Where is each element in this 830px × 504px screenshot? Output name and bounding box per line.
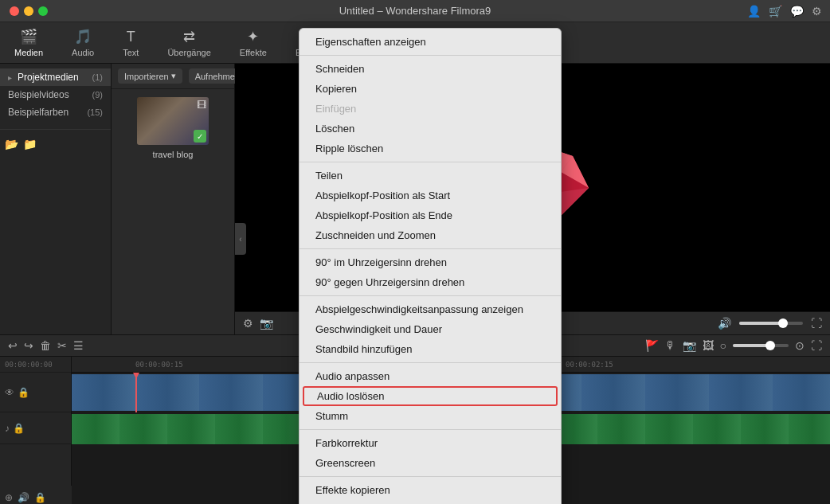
toolbar-uebergaenge[interactable]: ⇄ Übergänge bbox=[161, 25, 217, 61]
sidebar-item-beispielvideos[interactable]: Beispielvideos (9) bbox=[0, 86, 111, 104]
ctx-eigenschaften[interactable]: Eigenschaften anzeigen bbox=[300, 32, 561, 52]
lock-icon[interactable]: 🔒 bbox=[18, 387, 29, 398]
projektmedien-label: Projektmedien bbox=[18, 72, 79, 83]
sidebar-divider bbox=[0, 129, 111, 130]
text-icon: T bbox=[127, 29, 135, 45]
medien-icon: 🎬 bbox=[20, 28, 37, 45]
preview-expand-icon[interactable]: ⛶ bbox=[811, 317, 822, 330]
media-filename: travel blog bbox=[153, 150, 194, 159]
effekte-icon: ✦ bbox=[247, 28, 259, 45]
time-zero: 00:00:00:00 bbox=[5, 361, 53, 369]
user-icon: 👤 bbox=[747, 5, 761, 18]
titlebar-icons: 👤 🛒 💬 ⚙ bbox=[747, 5, 822, 18]
redo-icon[interactable]: ↪ bbox=[24, 339, 33, 352]
cut-icon[interactable]: ✂ bbox=[57, 339, 67, 352]
ctx-loeschen[interactable]: Löschen bbox=[300, 119, 561, 139]
aufnehmen-label: Aufnehmen bbox=[195, 72, 240, 81]
add-track-icon[interactable]: ⊕ bbox=[5, 492, 13, 503]
toolbar-text[interactable]: T Text bbox=[116, 25, 145, 61]
toolbar-effekte[interactable]: ✦ Effekte bbox=[233, 25, 273, 61]
preview-volume-icon[interactable]: 🔊 bbox=[718, 317, 731, 330]
timeline-zoom-knob bbox=[765, 341, 775, 350]
circle-icon[interactable]: ○ bbox=[720, 339, 726, 352]
minimize-button[interactable] bbox=[24, 6, 33, 16]
sidebar-actions: 📂 📁 bbox=[0, 133, 111, 155]
delete-icon[interactable]: 🗑 bbox=[40, 339, 51, 352]
message-icon: 💬 bbox=[790, 5, 804, 18]
playhead[interactable] bbox=[135, 373, 137, 412]
sidebar: ▸ Projektmedien (1) Beispielvideos (9) B… bbox=[0, 64, 112, 334]
beispielvideos-label: Beispielvideos bbox=[8, 89, 69, 100]
importieren-button[interactable]: Importieren ▾ bbox=[118, 68, 182, 84]
ctx-effekte-kopieren[interactable]: Effekte kopieren bbox=[300, 480, 561, 500]
ctx-geschwindigkeitsanpassung[interactable]: Abspielgeschwindigkeitsanpassung anzeige… bbox=[300, 299, 561, 319]
panel-collapse-arrow[interactable]: ‹ bbox=[235, 223, 246, 255]
toolbar-audio[interactable]: 🎵 Audio bbox=[65, 25, 100, 61]
camera-icon[interactable]: 📷 bbox=[683, 339, 696, 352]
ctx-divider-7 bbox=[300, 476, 561, 477]
toolbar-medien-label: Medien bbox=[14, 48, 43, 57]
fullscreen-button[interactable] bbox=[38, 6, 48, 16]
ctx-teilen[interactable]: Teilen bbox=[300, 166, 561, 186]
ctx-kopieren[interactable]: Kopieren bbox=[300, 79, 561, 99]
ctx-divider-3 bbox=[300, 248, 561, 249]
ctx-einfuegen: Einfügen bbox=[300, 99, 561, 119]
sidebar-item-projektmedien[interactable]: ▸ Projektmedien (1) bbox=[0, 68, 111, 86]
mic-icon[interactable]: 🎙 bbox=[665, 339, 676, 352]
audio-lock-icon[interactable]: 🔒 bbox=[13, 423, 25, 434]
ctx-audio-loslosen[interactable]: Audio loslösen bbox=[303, 386, 558, 406]
ctx-greenscreen[interactable]: Greenscreen bbox=[300, 453, 561, 473]
toolbar-medien[interactable]: 🎬 Medien bbox=[8, 25, 49, 61]
ctx-ripple[interactable]: Ripple löschen bbox=[300, 139, 561, 158]
fullscreen-icon[interactable]: ⛶ bbox=[811, 339, 822, 352]
preview-icon-settings[interactable]: ⚙ bbox=[243, 317, 253, 330]
audio-icon: 🎵 bbox=[74, 28, 92, 45]
titlebar: Untitled – Wondershare Filmora9 👤 🛒 💬 ⚙ bbox=[0, 0, 830, 22]
eye-icon[interactable]: 👁 bbox=[5, 387, 14, 398]
zoom-reset-icon[interactable]: ⊙ bbox=[795, 339, 805, 352]
speaker-icon[interactable]: 🔊 bbox=[18, 492, 29, 503]
media-thumbnail[interactable]: 🎞 ✓ bbox=[137, 97, 209, 145]
cart-icon: 🛒 bbox=[769, 5, 782, 18]
folder-new-icon[interactable]: 📁 bbox=[23, 138, 37, 150]
track-headers: 00:00:00:00 👁 🔒 ♪ 🔒 bbox=[0, 357, 72, 504]
track-1-header: 00:00:00:00 bbox=[0, 357, 71, 373]
image-icon[interactable]: 🖼 bbox=[703, 339, 714, 352]
traffic-lights bbox=[10, 6, 48, 16]
ctx-stumm[interactable]: Stumm bbox=[300, 406, 561, 426]
ctx-drehen-uhrzeigersinn[interactable]: 90° im Uhrzeigersinn drehen bbox=[300, 252, 561, 272]
ctx-abspielkopf-ende[interactable]: Abspielkopf-Position als Ende bbox=[300, 205, 561, 225]
audio-track-header: ♪ 🔒 bbox=[0, 412, 71, 444]
ctx-zuschneiden[interactable]: Zuschneiden und Zoomen bbox=[300, 225, 561, 245]
list-icon[interactable]: ☰ bbox=[73, 339, 84, 352]
ctx-geschwindigkeit-dauer[interactable]: Geschwindigkeit und Dauer bbox=[300, 319, 561, 339]
close-button[interactable] bbox=[10, 6, 19, 16]
sidebar-item-beispielfarben[interactable]: Beispielfarben (15) bbox=[0, 104, 111, 121]
flag-icon[interactable]: 🚩 bbox=[645, 339, 659, 352]
beispielvideos-count: (9) bbox=[92, 90, 103, 100]
ctx-drehen-gegen[interactable]: 90° gegen Uhrzeigersinn drehen bbox=[300, 272, 561, 292]
film-icon: 🎞 bbox=[197, 100, 206, 111]
toolbar-text-label: Text bbox=[123, 48, 139, 57]
toolbar-uebergaenge-label: Übergänge bbox=[167, 48, 210, 57]
timeline-zoom-slider[interactable] bbox=[733, 344, 789, 347]
beispielfarben-label: Beispielfarben bbox=[8, 107, 69, 118]
ctx-abspielkopf-start[interactable]: Abspielkopf-Position als Start bbox=[300, 186, 561, 205]
media-content: 🎞 ✓ travel blog bbox=[112, 89, 234, 167]
ctx-audio-anpassen[interactable]: Audio anpassen bbox=[300, 366, 561, 386]
toolbar-audio-label: Audio bbox=[72, 48, 94, 57]
ctx-effekte-einfuegen: Effekte einfügen bbox=[300, 500, 561, 504]
preview-icon-screenshot[interactable]: 📷 bbox=[260, 317, 273, 330]
importieren-label: Importieren bbox=[124, 72, 169, 81]
context-menu: Eigenschaften anzeigen Schneiden Kopiere… bbox=[299, 28, 562, 504]
ruler-mark-2s15: 00:00:02:15 bbox=[566, 361, 613, 369]
audio-lock2-icon[interactable]: 🔒 bbox=[34, 492, 46, 503]
folder-open-icon[interactable]: 📂 bbox=[5, 138, 18, 150]
music-icon[interactable]: ♪ bbox=[5, 423, 10, 434]
undo-icon[interactable]: ↩ bbox=[8, 339, 18, 352]
ctx-schneiden[interactable]: Schneiden bbox=[300, 59, 561, 79]
ctx-farbkorrektur[interactable]: Farbkorrektur bbox=[300, 433, 561, 453]
volume-slider[interactable] bbox=[739, 322, 803, 325]
ctx-standbild[interactable]: Standbild hinzufügen bbox=[300, 339, 561, 359]
ctx-divider-4 bbox=[300, 295, 561, 296]
